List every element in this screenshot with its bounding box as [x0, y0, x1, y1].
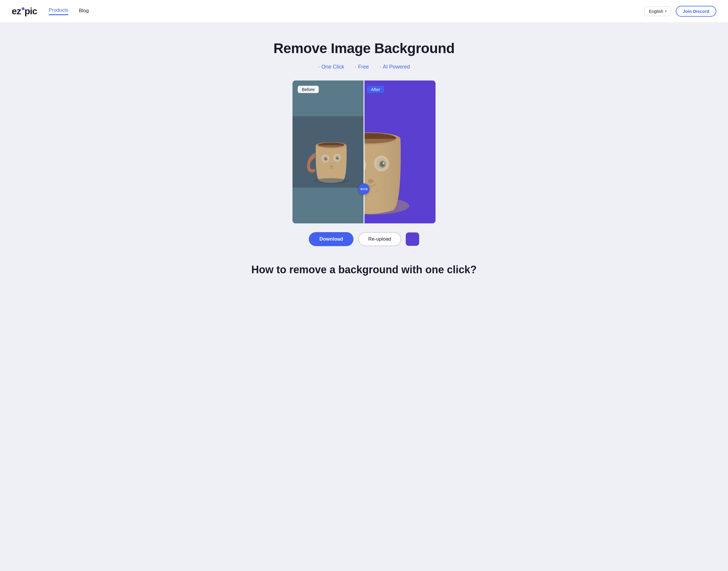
feature-free: Free	[355, 63, 369, 70]
reupload-button[interactable]: Re-upload	[358, 232, 401, 246]
nav-products[interactable]: Products	[49, 7, 68, 15]
how-to-title: How to remove a background with one clic…	[244, 264, 484, 276]
language-label: English	[649, 9, 663, 14]
arrows-icon: ⟺	[360, 186, 368, 192]
download-button[interactable]: Download	[309, 232, 354, 246]
chevron-down-icon: ▾	[665, 9, 667, 13]
logo-text: ezpic	[12, 6, 37, 17]
after-label: After	[367, 86, 384, 93]
action-buttons: Download Re-upload	[244, 232, 484, 246]
before-label: Before	[298, 86, 319, 93]
navbar: ezpic Products Blog English ▾ Join Disco…	[0, 0, 728, 23]
language-selector[interactable]: English ▾	[644, 6, 671, 16]
compare-divider	[364, 81, 365, 223]
how-to-section: How to remove a background with one clic…	[244, 264, 484, 276]
join-discord-button[interactable]: Join Discord	[676, 6, 716, 17]
feature-ai-powered: AI Powered	[379, 63, 410, 70]
nav-links: Products Blog	[49, 7, 644, 15]
nav-right: English ▾ Join Discord	[644, 6, 716, 17]
feature-pills: One Click Free AI Powered	[244, 63, 484, 70]
image-compare[interactable]: Before After ⟺	[292, 81, 436, 223]
logo-dot	[22, 7, 24, 10]
main-content: Remove Image Background One Click Free A…	[239, 23, 489, 299]
drag-handle[interactable]: ⟺	[358, 184, 370, 195]
page-title: Remove Image Background	[244, 40, 484, 56]
before-panel	[292, 81, 364, 223]
color-swatch-button[interactable]	[406, 232, 419, 246]
nav-blog[interactable]: Blog	[79, 8, 89, 15]
svg-point-34	[314, 178, 349, 184]
logo-link[interactable]: ezpic	[12, 6, 37, 17]
feature-one-click: One Click	[318, 63, 345, 70]
